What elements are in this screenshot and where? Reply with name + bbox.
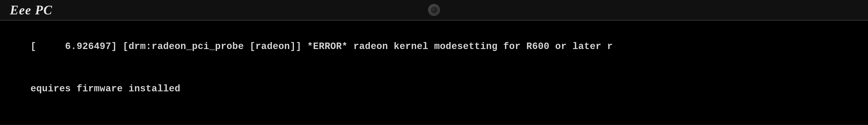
- terminal-output: [ 6.926497] [drm:radeon_pci_probe [radeo…: [7, 25, 861, 125]
- top-bar: Eee PC: [0, 0, 868, 20]
- screen-bezel: [ 6.926497] [drm:radeon_pci_probe [radeo…: [0, 20, 868, 124]
- terminal-line-2: equires firmware installed: [30, 84, 180, 94]
- eee-pc-logo: Eee PC: [10, 3, 53, 17]
- webcam-icon: [428, 4, 440, 16]
- terminal-line-1: [ 6.926497] [drm:radeon_pci_probe [radeo…: [30, 41, 613, 52]
